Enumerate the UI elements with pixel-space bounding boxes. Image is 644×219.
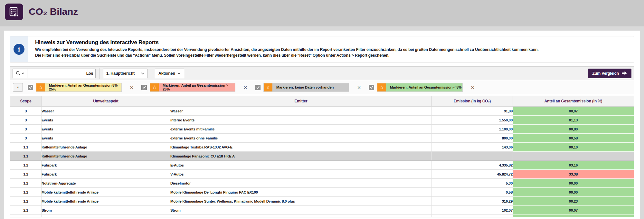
filter-chip-group: ☆ Markieren: Anteil an Gesamtemission 5%… <box>28 83 137 92</box>
cell-anteil <box>513 215 634 217</box>
filter-chip[interactable]: ☆ Markieren: Anteil an Gesamtemission > … <box>150 83 235 92</box>
column-header-emitter[interactable]: Emitter <box>170 96 432 107</box>
checkmark-icon <box>370 85 374 89</box>
notice-line-2: Die Filter sind erreichbar über die Such… <box>35 53 538 59</box>
cell-anteil <box>513 152 634 161</box>
report-toolbar: Los 1. Hauptbericht Aktionen Zum Verglei… <box>10 67 634 80</box>
column-header-emission[interactable]: Emission (in kg CO₂) <box>432 96 513 107</box>
filter-checkbox[interactable] <box>255 85 260 90</box>
column-header-anteil[interactable]: Anteil an Gesamtemission (in %) <box>513 96 634 107</box>
filter-checkbox[interactable] <box>28 85 33 90</box>
cell-umweltaspekt: Fuhrpark <box>42 170 170 179</box>
cell-scope: 1.2 <box>10 197 42 206</box>
cell-emission: 4.335,82 <box>432 161 513 170</box>
cell-anteil: 00,23 <box>513 197 634 206</box>
toolbar-divider <box>99 68 99 79</box>
filter-chip[interactable]: ☆ Markieren: keine Daten vorhanden <box>263 83 349 92</box>
cell-anteil: 00,00 <box>513 188 634 197</box>
close-icon[interactable]: × <box>468 83 478 92</box>
actions-menu-button[interactable]: Aktionen <box>155 69 184 78</box>
checkmark-icon <box>142 85 146 89</box>
cell-anteil: 00,07 <box>513 107 634 116</box>
cell-scope: 3 <box>10 125 42 134</box>
cell-emitter: interne Events <box>170 116 432 125</box>
filter-chip[interactable]: ☆ Markieren: Anteil an Gesamtemission < … <box>377 83 463 92</box>
search-input[interactable] <box>27 69 84 78</box>
filter-chip-group: ☆ Markieren: Anteil an Gesamtemission < … <box>369 83 478 92</box>
compare-button[interactable]: Zum Vergleich <box>588 69 631 78</box>
cell-scope: 1.2 <box>10 179 42 188</box>
cell-umweltaspekt: Notstrom-Aggregate <box>42 179 170 188</box>
notice-line-1: Wir empfehlen bei der Verwendung des Int… <box>35 47 538 53</box>
cell-scope: 3 <box>10 116 42 125</box>
arrow-right-icon <box>622 71 627 75</box>
close-icon[interactable]: × <box>127 83 137 92</box>
chevron-down-icon <box>141 72 144 74</box>
cell-emission: 102,07 <box>432 206 513 215</box>
search-options-button[interactable] <box>13 69 27 78</box>
actions-label: Aktionen <box>158 71 175 76</box>
cell-umweltaspekt: Events <box>42 125 170 134</box>
cell-anteil: 03,16 <box>513 161 634 170</box>
cell-scope: 3 <box>10 134 42 143</box>
cell-umweltaspekt: Kältemittelführende Anlage <box>42 152 170 161</box>
cell-umweltaspekt: Fuhrpark <box>42 161 170 170</box>
close-icon[interactable]: × <box>241 83 250 92</box>
filters-collapse-button[interactable]: ▼ <box>13 83 23 92</box>
go-button[interactable]: Los <box>84 69 96 78</box>
filter-checkbox[interactable] <box>369 85 374 90</box>
cell-emitter: Wasser <box>170 107 432 116</box>
cell-scope <box>10 215 42 217</box>
cell-emitter: V-Autos <box>170 170 432 179</box>
app-logo <box>5 4 23 20</box>
close-icon[interactable]: × <box>354 83 364 92</box>
filter-chip-group: ☆ Markieren: Anteil an Gesamtemission > … <box>141 83 250 92</box>
cell-emission: 1.550,00 <box>432 116 513 125</box>
notice-title: Hinweis zur Verwendung des Interactive R… <box>35 39 538 46</box>
cell-emitter: Klimanlage Toshiba RAS-13J2 AVG-E <box>170 143 432 152</box>
column-header-scope[interactable]: Scope <box>10 96 42 107</box>
cell-scope: 1.2 <box>10 161 42 170</box>
cell-emitter: Mobile Klimaanlage De' Longhi Pinguino P… <box>170 188 432 197</box>
cell-emitter: E-Autos <box>170 161 432 170</box>
cell-emission: 91,89 <box>432 107 513 116</box>
cell-scope: 1.1 <box>10 143 42 152</box>
main-panel: i Hinweis zur Verwendung des Interactive… <box>4 31 640 219</box>
cell-umweltaspekt <box>42 215 170 217</box>
compare-label: Zum Vergleich <box>592 71 619 76</box>
cell-umweltaspekt: Kältemittelführende Anlage <box>42 143 170 152</box>
search-icon <box>16 71 21 76</box>
filter-checkbox[interactable] <box>141 85 147 90</box>
star-icon: ☆ <box>36 83 45 91</box>
page-title: CO₂ Bilanz <box>29 6 78 17</box>
cell-emission <box>432 215 513 217</box>
toolbar-divider <box>151 68 151 79</box>
table-row: 1.2 Fuhrpark V-Autos 45.824,72 33,38 <box>10 170 634 179</box>
table-row: 1.2 Mobile kältemittelführende Anlage Mo… <box>10 197 634 206</box>
cell-emission: 45.824,72 <box>432 170 513 179</box>
cell-emitter: externe Events ohne Familie <box>170 134 432 143</box>
table-row: 1.2 Mobile kältemittelführende Anlage Mo… <box>10 188 634 197</box>
table-row: 3 Events externe Events ohne Familie 800… <box>10 134 634 143</box>
filter-chip-label: Markieren: keine Daten vorhanden <box>272 83 349 91</box>
filter-chip[interactable]: ☆ Markieren: Anteil an Gesamtemission 5%… <box>36 83 122 92</box>
column-header-umweltaspekt[interactable]: Umweltaspekt <box>42 96 170 107</box>
cell-emitter: externe Events mit Familie <box>170 125 432 134</box>
cell-emission: 1.100,00 <box>432 125 513 134</box>
star-icon: ☆ <box>150 83 159 91</box>
cell-emitter: Klimaanlage Panasonic CU E18 HKE A <box>170 152 432 161</box>
cell-anteil: 00,58 <box>513 134 634 143</box>
cell-anteil: 00,07 <box>513 206 634 215</box>
notice-body: Hinweis zur Verwendung des Interactive R… <box>28 36 538 62</box>
table-row <box>10 215 634 217</box>
cell-umweltaspekt: Wasser <box>42 107 170 116</box>
report-select[interactable]: 1. Hauptbericht <box>103 69 147 78</box>
report-chart-icon <box>9 7 19 17</box>
star-icon: ☆ <box>377 83 386 91</box>
star-icon: ☆ <box>264 83 272 91</box>
table-row: 3 Events externe Events mit Familie 1.10… <box>10 125 634 134</box>
table-row: 3 Events interne Events 1.550,00 01,13 <box>10 116 634 125</box>
cell-umweltaspekt: Events <box>42 134 170 143</box>
cell-emission: 800,00 <box>432 134 513 143</box>
cell-umweltaspekt: Mobile kältemittelführende Anlage <box>42 188 170 197</box>
